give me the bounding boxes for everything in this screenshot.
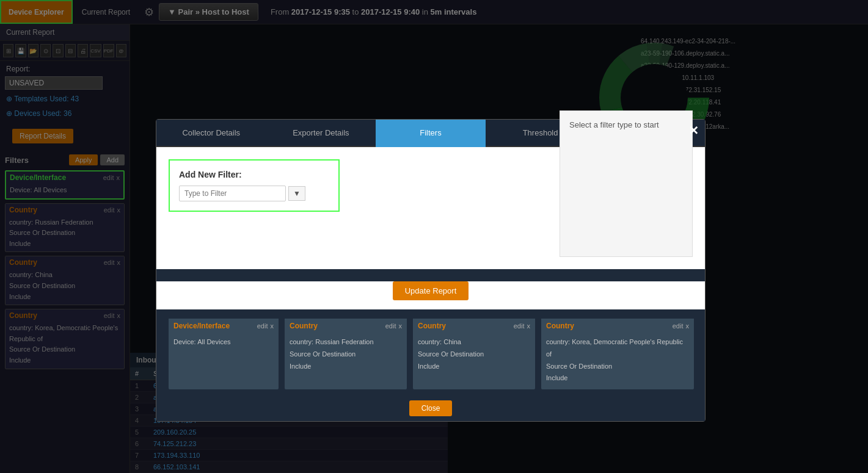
modal-filter-card-china-header: Country edit x [413,319,535,333]
modal-overlay: ✕ Collector Details Exporter Details Fil… [0,0,868,473]
filter-type-row: ▼ [179,186,329,201]
modal-edit-korea[interactable]: edit [673,322,684,330]
modal-footer: Device/Interface edit x Device: All Devi… [156,309,705,395]
modal-delete-korea[interactable]: x [686,322,690,330]
modal-filter-china-actions: edit x [514,322,530,330]
modal-filter-china-title: Country [418,322,446,330]
modal-delete-device[interactable]: x [271,322,274,330]
modal-filter-device-actions: edit x [257,322,274,330]
add-filter-section: Add New Filter: ▼ [169,159,340,212]
filter-type-input[interactable] [179,186,286,201]
modal-edit-russia[interactable]: edit [385,322,396,330]
modal-filter-russia-actions: edit x [385,322,402,330]
modal-filter-russia-body: country: Russian Federation Source Or De… [285,333,407,377]
modal-filter-china-body: country: China Source Or Destination Inc… [413,333,535,377]
update-report-row: Update Report [156,281,705,309]
modal-dialog: ✕ Collector Details Exporter Details Fil… [156,119,706,422]
modal-russia-line3: Include [290,361,402,373]
modal-close-row: Close [156,395,705,421]
tab-collector-details[interactable]: Collector Details [156,120,266,147]
modal-filter-korea-actions: edit x [673,322,689,330]
modal-edit-china[interactable]: edit [514,322,525,330]
update-report-button[interactable]: Update Report [393,281,469,300]
modal-filter-card-device-header: Device/Interface edit x [169,319,279,333]
modal-russia-line2: Source Or Destination [290,348,402,361]
modal-body: Add New Filter: ▼ Select a filter type t… [156,147,705,269]
modal-korea-line2: Source Or Destination [546,361,689,373]
modal-close-button[interactable]: ✕ [688,123,699,138]
add-filter-label: Add New Filter: [179,170,329,179]
modal-filter-card-russia: Country edit x country: Russian Federati… [285,319,407,389]
modal-korea-line3: Include [546,372,689,385]
modal-filter-card-china: Country edit x country: China Source Or … [413,319,535,389]
modal-korea-line1: country: Korea, Democratic People's Repu… [546,336,689,361]
tab-filters[interactable]: Filters [376,120,486,147]
modal-device-line1: Device: All Devices [173,336,274,348]
modal-filter-korea-title: Country [546,322,574,330]
modal-filter-device-title: Device/Interface [173,322,230,330]
modal-delete-russia[interactable]: x [399,322,403,330]
modal-filter-korea-body: country: Korea, Democratic People's Repu… [541,333,694,389]
filter-hint: Select a filter type to start [560,110,693,257]
modal-filter-card-korea: Country edit x country: Korea, Democrati… [541,319,694,389]
tab-exporter-details[interactable]: Exporter Details [266,120,376,147]
modal-china-line1: country: China [418,336,530,348]
modal-russia-line1: country: Russian Federation [290,336,402,348]
modal-delete-china[interactable]: x [527,322,531,330]
modal-filter-card-korea-header: Country edit x [541,319,694,333]
modal-filter-card-russia-header: Country edit x [285,319,407,333]
modal-china-line3: Include [418,361,530,373]
filter-dropdown-icon[interactable]: ▼ [288,186,305,201]
modal-edit-device[interactable]: edit [257,322,268,330]
modal-filter-device-body: Device: All Devices [169,333,279,353]
modal-close-button-bottom[interactable]: Close [409,400,453,416]
modal-filter-card-device: Device/Interface edit x Device: All Devi… [169,319,279,389]
modal-filter-russia-title: Country [290,322,318,330]
modal-china-line2: Source Or Destination [418,348,530,361]
